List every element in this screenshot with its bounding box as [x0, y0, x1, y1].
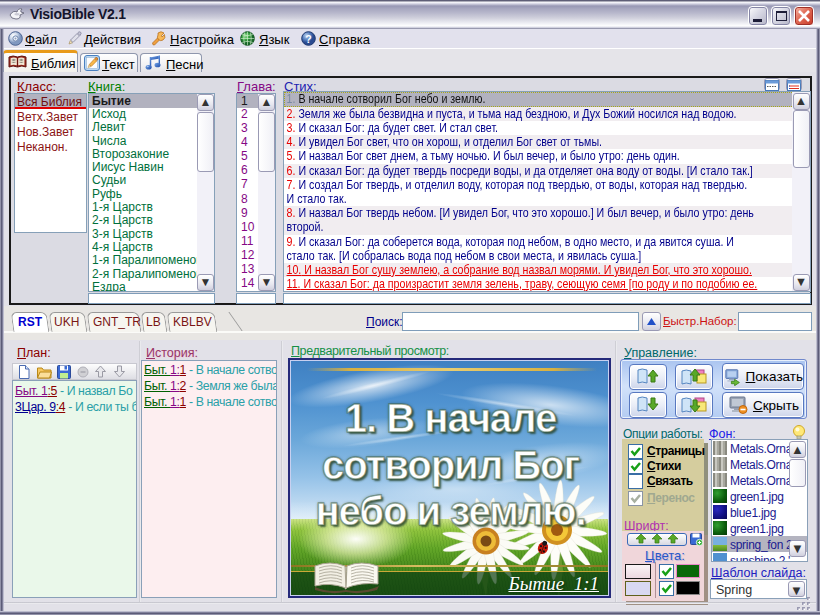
svg-text:?: ?: [305, 33, 311, 45]
